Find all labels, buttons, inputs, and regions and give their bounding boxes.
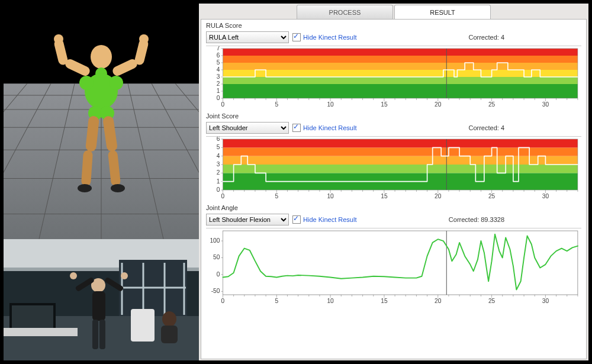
tab-spacer-left xyxy=(201,5,295,19)
svg-rect-125 xyxy=(223,147,577,156)
svg-line-12 xyxy=(4,83,27,239)
svg-rect-55 xyxy=(161,326,178,343)
svg-text:5: 5 xyxy=(275,193,278,199)
svg-rect-60 xyxy=(223,63,577,70)
svg-text:30: 30 xyxy=(542,298,549,304)
svg-text:25: 25 xyxy=(488,193,496,199)
svg-point-32 xyxy=(111,184,125,192)
svg-text:2: 2 xyxy=(217,169,220,176)
joint-title: Joint Score xyxy=(206,112,581,120)
svg-text:15: 15 xyxy=(381,298,388,304)
svg-text:10: 10 xyxy=(327,298,334,304)
angle-hide-label: Hide Kinect Result xyxy=(303,216,357,223)
rula-hide-label: Hide Kinect Result xyxy=(303,34,357,41)
angle-controls: Left Shoulder FlexionRight Shoulder Flex… xyxy=(206,214,581,226)
joint-controls: Left ShoulderRight ShoulderLeft ElbowRig… xyxy=(206,122,581,134)
svg-text:10: 10 xyxy=(327,193,334,199)
joint-hide-checkbox[interactable]: Hide Kinect Result xyxy=(292,124,357,132)
svg-rect-123 xyxy=(223,165,577,173)
svg-text:0: 0 xyxy=(217,186,220,193)
svg-rect-28 xyxy=(81,150,93,186)
svg-text:5: 5 xyxy=(217,144,220,150)
svg-rect-45 xyxy=(4,328,78,336)
svg-text:30: 30 xyxy=(542,193,549,199)
svg-text:4: 4 xyxy=(217,153,220,159)
svg-text:50: 50 xyxy=(213,255,220,261)
angle-title: Joint Angle xyxy=(206,204,581,211)
skeleton-3d-view[interactable] xyxy=(4,4,199,239)
check-icon xyxy=(292,124,301,132)
svg-point-31 xyxy=(78,184,92,192)
svg-line-13 xyxy=(175,83,199,239)
svg-text:5: 5 xyxy=(275,101,278,108)
rula-chart[interactable]: 01234567051015202530 xyxy=(206,46,581,109)
svg-point-14 xyxy=(91,45,112,69)
svg-text:3: 3 xyxy=(217,73,220,80)
angle-section: Joint Angle Left Shoulder FlexionRight S… xyxy=(206,204,581,305)
svg-rect-27 xyxy=(85,115,99,152)
svg-text:0: 0 xyxy=(221,193,225,199)
svg-rect-53 xyxy=(99,320,105,349)
avatar-3d xyxy=(30,27,172,223)
tab-process[interactable]: PROCESS xyxy=(297,5,393,19)
svg-rect-44 xyxy=(12,305,53,328)
left-column xyxy=(4,4,199,360)
angle-hide-checkbox[interactable]: Hide Kinect Result xyxy=(292,215,357,224)
angle-corrected: Corrected: 89.3328 xyxy=(449,216,504,223)
joint-section: Joint Score Left ShoulderRight ShoulderL… xyxy=(206,112,581,201)
joint-select[interactable]: Left ShoulderRight ShoulderLeft ElbowRig… xyxy=(206,122,289,134)
svg-text:0: 0 xyxy=(221,298,225,304)
rula-title: RULA Score xyxy=(206,22,581,29)
svg-point-23 xyxy=(54,34,63,44)
svg-rect-29 xyxy=(102,115,118,152)
rula-select[interactable]: RULA LeftRULA Right xyxy=(206,31,289,43)
svg-point-50 xyxy=(70,272,77,279)
svg-rect-56 xyxy=(131,309,155,342)
svg-rect-47 xyxy=(92,291,105,321)
tab-result-label: RESULT xyxy=(430,9,455,16)
svg-rect-124 xyxy=(223,156,577,165)
svg-rect-52 xyxy=(92,320,98,349)
svg-text:15: 15 xyxy=(381,193,388,199)
svg-rect-30 xyxy=(108,150,121,186)
svg-text:3: 3 xyxy=(217,161,220,167)
svg-rect-19 xyxy=(64,57,92,77)
result-panel: RULA Score RULA LeftRULA Right Hide Kine… xyxy=(201,19,587,359)
check-icon xyxy=(292,215,301,224)
svg-text:2: 2 xyxy=(217,80,220,87)
svg-point-18 xyxy=(109,76,123,90)
angle-select[interactable]: Left Shoulder FlexionRight Shoulder Flex… xyxy=(206,214,289,226)
svg-text:1: 1 xyxy=(217,88,220,94)
rula-section: RULA Score RULA LeftRULA Right Hide Kine… xyxy=(206,22,581,109)
svg-text:1: 1 xyxy=(217,178,220,185)
svg-point-17 xyxy=(79,76,94,90)
svg-text:25: 25 xyxy=(488,101,496,108)
svg-point-51 xyxy=(121,272,128,279)
svg-text:4: 4 xyxy=(217,66,220,73)
svg-text:20: 20 xyxy=(435,193,442,199)
svg-rect-59 xyxy=(223,70,577,77)
joint-chart[interactable]: 0123456051015202530 xyxy=(206,136,581,201)
tab-bar: PROCESS RESULT xyxy=(200,5,587,19)
svg-point-54 xyxy=(162,311,176,327)
svg-text:15: 15 xyxy=(381,101,388,108)
angle-chart[interactable]: -50050100051015202530 xyxy=(206,228,581,305)
svg-text:5: 5 xyxy=(275,298,278,304)
svg-text:20: 20 xyxy=(435,101,442,108)
tab-process-label: PROCESS xyxy=(329,9,361,16)
svg-text:6: 6 xyxy=(217,52,220,59)
check-icon xyxy=(292,33,301,41)
svg-rect-184 xyxy=(223,231,577,295)
svg-text:-50: -50 xyxy=(211,288,220,294)
svg-point-24 xyxy=(139,34,149,44)
camera-feed xyxy=(4,239,199,360)
svg-text:30: 30 xyxy=(542,101,549,108)
svg-text:25: 25 xyxy=(488,298,496,304)
rula-hide-checkbox[interactable]: Hide Kinect Result xyxy=(292,33,357,41)
svg-rect-57 xyxy=(223,84,577,98)
svg-rect-58 xyxy=(223,77,577,84)
rula-corrected: Corrected: 4 xyxy=(468,34,504,41)
tab-result[interactable]: RESULT xyxy=(394,5,491,19)
svg-text:0: 0 xyxy=(221,101,225,108)
svg-text:6: 6 xyxy=(217,137,220,142)
